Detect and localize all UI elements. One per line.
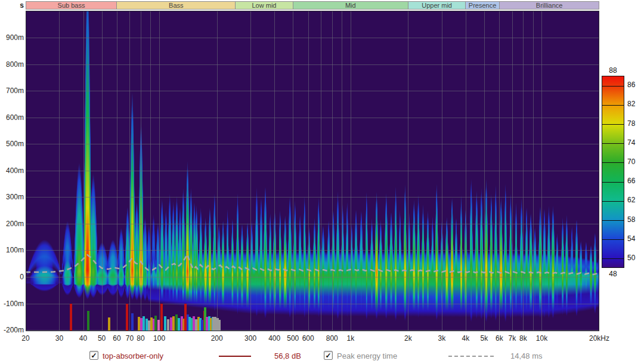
color-scale-divider (602, 182, 624, 183)
y-tick-label: 800m (0, 60, 24, 69)
x-tick-label: 10k (528, 334, 555, 343)
x-tick-label: 2k (394, 334, 422, 343)
color-scale-divider (602, 220, 624, 221)
color-scale-label: 62 (627, 196, 644, 204)
spectrogram-window: s Sub bassBassLow midMidUpper midPresenc… (0, 0, 644, 364)
y-tick-label: 0 (0, 273, 24, 281)
measurement-label: top-absorber-only (103, 351, 163, 360)
y-tick-label: 200m (0, 220, 24, 228)
x-tick-label: 20kHz (586, 334, 613, 343)
y-axis-unit-label: s (13, 1, 24, 10)
peak-energy-line-sample (448, 356, 494, 357)
color-scale-label: 70 (627, 158, 644, 166)
band-presence: Presence (465, 1, 499, 10)
color-scale-label: 86 (627, 81, 644, 89)
color-scale-divider (602, 105, 624, 106)
spectrogram-plot (26, 11, 599, 331)
x-tick-label: 200 (203, 334, 231, 343)
color-scale-divider (602, 143, 624, 144)
color-scale-label: 74 (627, 138, 644, 147)
color-scale-label: 50 (627, 254, 644, 262)
band-low-mid: Low mid (235, 1, 293, 10)
band-sub-bass: Sub bass (26, 1, 117, 10)
color-scale-label: 82 (627, 100, 644, 108)
color-scale-max-label: 88 (602, 66, 624, 75)
y-tick-label: 900m (0, 33, 24, 42)
peak-energy-checkbox[interactable]: ✓ (324, 351, 333, 360)
color-scale-divider (602, 124, 624, 125)
y-tick-label: -100m (0, 300, 24, 308)
y-tick-label: -200m (0, 326, 24, 334)
band-bass: Bass (116, 1, 236, 10)
x-tick-label: 20 (12, 334, 39, 343)
y-tick-label: 300m (0, 193, 24, 201)
color-scale-label: 58 (627, 215, 644, 224)
color-scale-label: 66 (627, 177, 644, 185)
measurement-line-sample (219, 356, 251, 357)
x-tick-label: 100 (145, 334, 173, 343)
y-tick-label: 400m (0, 166, 24, 175)
color-scale-label: 54 (627, 235, 644, 243)
measurement-value: 56,8 dB (274, 351, 301, 360)
color-scale-label: 78 (627, 119, 644, 128)
y-tick-label: 100m (0, 246, 24, 254)
color-scale-divider (602, 86, 624, 87)
x-tick-label: 1k (337, 334, 364, 343)
y-tick-label: 500m (0, 140, 24, 148)
color-scale-divider (602, 201, 624, 202)
y-tick-label: 600m (0, 113, 24, 122)
peak-energy-value: 14,48 ms (510, 351, 542, 360)
band-upper-mid: Upper mid (408, 1, 466, 10)
color-scale-gradient (602, 76, 624, 268)
color-scale-divider (602, 258, 624, 259)
band-brilliance: Brilliance (499, 1, 600, 10)
color-scale-min-label: 48 (602, 270, 624, 278)
band-mid: Mid (293, 1, 408, 10)
y-tick-label: 700m (0, 87, 24, 95)
color-scale-divider (602, 239, 624, 240)
measurement-checkbox[interactable]: ✓ (89, 351, 98, 360)
peak-energy-label: Peak energy time (337, 351, 397, 360)
color-scale-divider (602, 162, 624, 163)
